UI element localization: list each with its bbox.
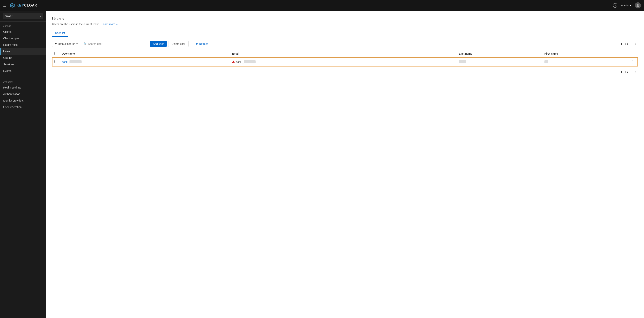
pagination-next-bottom[interactable]: › bbox=[634, 70, 638, 75]
col-header-email: Email bbox=[230, 50, 456, 58]
col-header-actions bbox=[628, 50, 638, 58]
email-warning-wrapper: ⚠ daniil_ bbox=[232, 60, 454, 64]
table-body: daniil_ ⚠ daniil_ bbox=[52, 58, 638, 67]
firstname-redacted bbox=[544, 60, 548, 63]
help-icon[interactable]: ? bbox=[613, 3, 618, 8]
learn-more-link[interactable]: Learn more bbox=[102, 23, 118, 26]
search-input-wrapper: 🔍 bbox=[82, 41, 139, 47]
col-header-lastname: Last name bbox=[456, 50, 542, 58]
chevron-down-icon: ▾ bbox=[76, 42, 78, 45]
refresh-label: Refresh bbox=[199, 42, 208, 45]
pagination-count-top[interactable]: 1 - 1 ▾ bbox=[621, 42, 628, 45]
sidebar-item-users[interactable]: Users bbox=[0, 48, 46, 55]
table-header: Username Email Last name First name bbox=[52, 50, 638, 58]
col-header-username: Username bbox=[60, 50, 230, 58]
row-username-cell: daniil_ bbox=[60, 58, 230, 67]
pagination-label-top: 1 - 1 bbox=[621, 42, 626, 45]
pagination-top: 1 - 1 ▾ ‹ › bbox=[621, 41, 638, 46]
lastname-redacted bbox=[459, 60, 466, 63]
layout: broker Manage Clients Client scopes Real… bbox=[0, 11, 644, 318]
username-redacted bbox=[70, 60, 81, 63]
search-icon: 🔍 bbox=[84, 42, 87, 45]
tab-user-list[interactable]: User list bbox=[52, 30, 68, 37]
sidebar-item-clients[interactable]: Clients bbox=[0, 29, 46, 35]
search-arrow-button[interactable]: → bbox=[141, 41, 148, 47]
search-input[interactable] bbox=[88, 41, 138, 47]
page-subtitle: Users are the users in the current realm… bbox=[52, 23, 638, 26]
admin-menu[interactable]: admin ▾ bbox=[621, 4, 631, 7]
pagination-next-top[interactable]: › bbox=[634, 41, 638, 46]
sidebar-item-authentication[interactable]: Authentication bbox=[0, 91, 46, 97]
warning-icon: ⚠ bbox=[232, 60, 235, 64]
col-header-firstname: First name bbox=[542, 50, 628, 58]
row-checkbox-cell bbox=[52, 58, 60, 67]
row-firstname-cell bbox=[542, 58, 628, 67]
delete-user-button[interactable]: Delete user bbox=[168, 41, 188, 47]
avatar[interactable] bbox=[635, 2, 641, 9]
sidebar-item-groups[interactable]: Groups bbox=[0, 55, 46, 61]
email-redacted bbox=[244, 60, 256, 63]
pagination-bottom: 1 - 1 ▾ ‹ › bbox=[52, 67, 638, 78]
toolbar: ▼ Default search ▾ 🔍 → Add user Delete u… bbox=[52, 41, 638, 47]
sidebar-item-user-federation[interactable]: User federation bbox=[0, 104, 46, 110]
row-actions-button[interactable]: ⋮ bbox=[630, 59, 636, 64]
sidebar-item-client-scopes[interactable]: Client scopes bbox=[0, 35, 46, 42]
select-all-checkbox[interactable] bbox=[54, 52, 57, 55]
sidebar-item-realm-roles[interactable]: Realm roles bbox=[0, 42, 46, 48]
tabs: User list bbox=[52, 30, 638, 37]
add-user-button[interactable]: Add user bbox=[150, 41, 167, 47]
configure-section-label: Configure bbox=[0, 77, 46, 84]
table-row: daniil_ ⚠ daniil_ bbox=[52, 58, 638, 67]
keycloak-logo-icon bbox=[9, 2, 15, 9]
pagination-chevron-bottom: ▾ bbox=[627, 71, 628, 74]
manage-section-label: Manage bbox=[0, 22, 46, 29]
row-checkbox[interactable] bbox=[54, 60, 57, 63]
pagination-count-bottom[interactable]: 1 - 1 ▾ bbox=[621, 71, 628, 74]
main-content: Users Users are the users in the current… bbox=[46, 11, 644, 318]
realm-selector[interactable]: broker bbox=[0, 11, 46, 22]
sidebar: broker Manage Clients Client scopes Real… bbox=[0, 11, 46, 318]
logo: KEYCLOAK bbox=[9, 2, 37, 9]
hamburger-menu[interactable]: ☰ bbox=[3, 3, 6, 8]
row-lastname-cell bbox=[456, 58, 542, 67]
default-search-button[interactable]: ▼ Default search ▾ bbox=[52, 41, 80, 47]
toolbar-separator bbox=[191, 41, 191, 47]
pagination-prev-bottom[interactable]: ‹ bbox=[629, 70, 633, 75]
filter-icon: ▼ bbox=[54, 42, 57, 45]
sidebar-item-sessions[interactable]: Sessions bbox=[0, 61, 46, 68]
avatar-icon bbox=[636, 4, 640, 7]
sidebar-item-events[interactable]: Events bbox=[0, 68, 46, 74]
users-table: Username Email Last name First name dani… bbox=[52, 50, 638, 67]
navbar: ☰ KEYCLOAK ? admin ▾ bbox=[0, 0, 644, 11]
refresh-button[interactable]: ↻ Refresh bbox=[193, 41, 211, 47]
realm-dropdown[interactable]: broker bbox=[3, 13, 43, 19]
logo-text: KEYCLOAK bbox=[16, 4, 37, 8]
pagination-prev-top[interactable]: ‹ bbox=[629, 41, 633, 46]
col-header-checkbox bbox=[52, 50, 60, 58]
sidebar-item-realm-settings[interactable]: Realm settings bbox=[0, 84, 46, 91]
admin-label: admin bbox=[621, 4, 628, 7]
refresh-icon: ↻ bbox=[196, 42, 198, 45]
pagination-chevron-top: ▾ bbox=[627, 42, 628, 45]
svg-point-3 bbox=[637, 4, 639, 6]
page-title: Users bbox=[52, 16, 638, 22]
admin-chevron: ▾ bbox=[630, 4, 631, 7]
username-link[interactable]: daniil_ bbox=[62, 60, 82, 63]
row-actions-cell: ⋮ bbox=[628, 58, 638, 67]
sidebar-divider bbox=[0, 76, 46, 76]
row-email-cell: ⚠ daniil_ bbox=[230, 58, 456, 67]
sidebar-item-identity-providers[interactable]: Identity providers bbox=[0, 97, 46, 104]
navbar-right: ? admin ▾ bbox=[613, 2, 641, 9]
email-text: daniil_ bbox=[236, 60, 256, 63]
username-text: daniil_ bbox=[62, 60, 82, 63]
default-search-label: Default search bbox=[58, 42, 75, 45]
pagination-label-bottom: 1 - 1 bbox=[621, 71, 626, 74]
